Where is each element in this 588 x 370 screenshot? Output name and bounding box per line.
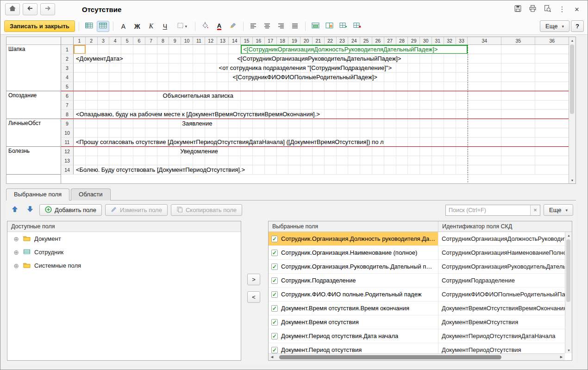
checkbox[interactable]: ✓ [271,263,278,270]
table-row[interactable]: ✓Сотрудник.Организация.Наименование (пол… [269,246,565,260]
table-vscroll-thumb[interactable] [566,239,570,302]
checkbox[interactable]: ✓ [271,333,278,339]
field-identifier[interactable]: ДокументВремяОтсутствия [438,315,565,329]
search-input[interactable] [446,205,530,215]
merge-cells-button[interactable] [309,21,322,32]
table-hscrollbar[interactable]: ◀ ▶ [269,353,565,360]
checkbox[interactable]: ✓ [271,277,278,284]
scroll-left-icon[interactable]: ◀ [269,354,275,360]
expand-icon[interactable]: ⊕ [13,262,19,270]
align-left-button[interactable] [247,21,260,32]
column-header[interactable]: 28 [396,37,408,44]
show-headers-button[interactable] [97,21,109,32]
column-header-fields[interactable]: Выбранные поля [269,221,438,232]
column-header[interactable]: 17 [265,37,277,44]
field-cell[interactable]: ✓Сотрудник.Подразделение [269,274,438,287]
column-header[interactable]: 1 [74,37,86,44]
column-header[interactable]: 36 [535,37,569,44]
field-identifier[interactable]: ДокументПериодОтсутствияДатаНачала [438,329,565,343]
save-close-button[interactable]: Записать и закрыть [4,20,75,32]
row-header[interactable]: 4 [61,73,74,82]
expand-icon[interactable]: ⊕ [13,235,19,243]
move-down-button[interactable] [24,205,36,216]
home-button[interactable] [5,3,20,15]
menu-button[interactable]: ⋮ [556,4,568,15]
tree-item[interactable]: ⊕Системные поля [7,259,241,272]
back-button[interactable] [23,3,38,15]
column-header[interactable]: 4 [109,37,121,44]
toolbar-more-button[interactable]: Еще ▾ [540,20,569,32]
table-hscroll-track[interactable] [275,354,558,360]
italic-button[interactable]: К [145,21,157,32]
align-justify-button[interactable] [289,21,301,32]
checkbox[interactable]: ✓ [271,291,278,298]
align-right-button[interactable] [275,21,288,32]
row-header[interactable]: 10 [61,128,74,138]
checkbox[interactable]: ✓ [271,250,278,256]
column-header[interactable]: 2 [86,37,98,44]
expand-icon[interactable]: ⊕ [13,249,19,256]
column-header[interactable]: 34 [468,37,501,44]
row-header[interactable]: 9 [61,119,74,128]
column-header-identifier[interactable]: Идентификатор поля СКД [438,221,572,232]
row-header[interactable]: 5 [61,82,74,91]
row-header[interactable]: 14 [61,165,74,175]
column-header[interactable]: 9 [169,37,181,44]
move-left-button[interactable]: < [247,291,260,303]
table-row[interactable]: ✓Сотрудник.Организация.Должность руковод… [269,232,565,246]
field-cell[interactable]: ✓Документ.Период отсутствия.Дата начала [269,329,438,343]
section-label[interactable]: Опоздание [6,91,61,119]
field-identifier[interactable]: ДокументПериодОтсутствия [438,343,565,353]
field-cell[interactable]: ✓Документ.Период отсутствия [269,343,438,353]
section-label[interactable]: ЛичныеОбст [6,119,61,147]
column-header[interactable]: 25 [360,37,372,44]
table-row[interactable]: ✓Документ.Период отсутствия.Дата началаД… [269,329,565,343]
sheet-row-cells[interactable]: Заявление [74,119,569,128]
sheet-vscrollbar[interactable]: ▲ ▼ [569,37,575,183]
checkbox[interactable]: ✓ [271,347,278,353]
scroll-up-icon[interactable]: ▲ [569,37,575,44]
format-cells-button[interactable] [323,21,336,32]
table-vscrollbar[interactable]: ▲ ▼ [565,232,572,353]
scroll-right-icon[interactable]: ▶ [558,354,565,360]
sheet-row-cells[interactable]: <Болею. Буду отсутствовать [ДокументПери… [74,165,569,175]
field-identifier[interactable]: СотрудникОрганизацияДолжностьРуководител… [438,232,565,245]
column-header[interactable]: 26 [372,37,384,44]
row-header[interactable]: 2 [61,54,74,63]
save-button[interactable] [512,4,524,15]
selected-cell[interactable]: <[СотрудникОрганизацияДолжностьРуководит… [241,45,468,54]
column-header[interactable]: 10 [181,37,193,44]
table-row[interactable]: ✓Документ.Период отсутствияДокументПерио… [269,343,565,353]
insert-cells-button[interactable] [337,21,350,32]
column-header[interactable]: 5 [121,37,133,44]
table-row[interactable]: ✓Сотрудник.ФИО.ФИО полные.Родительный па… [269,288,565,301]
table-row[interactable]: ✓Документ.Время отсутствия.Время окончан… [269,301,565,315]
row-header[interactable]: 11 [61,138,74,147]
row-header[interactable]: 3 [61,63,74,73]
column-header[interactable]: 31 [432,37,444,44]
print-button[interactable] [526,4,538,15]
row-header[interactable]: 12 [61,147,74,156]
sheet-row-cells[interactable]: Объяснительная записка [74,91,569,100]
column-header[interactable]: 8 [157,37,169,44]
sheet-row-cells[interactable]: <от сотрудника подразделения "[Сотрудник… [74,63,569,73]
sheet-vscroll-track[interactable] [569,44,575,177]
column-header[interactable]: 24 [348,37,360,44]
underline-button[interactable]: Ч [159,21,171,32]
field-cell[interactable]: ✓Документ.Время отсутствия.Время окончан… [269,301,438,315]
copy-field-button[interactable]: Скопировать поле [171,204,242,216]
show-groups-button[interactable] [83,21,95,32]
field-identifier[interactable]: СотрудникОрганизацияРуководительДательны… [438,260,565,273]
checkbox[interactable]: ✓ [271,305,278,312]
column-header[interactable]: 14 [229,37,241,44]
field-identifier[interactable]: СотрудникОрганизацияНаименованиеПолное [438,246,565,259]
forward-button[interactable] [40,3,55,15]
font-button[interactable]: А [117,21,130,32]
sheet-vscroll-thumb[interactable] [570,44,574,114]
tab-areas[interactable]: Области [71,188,111,201]
column-header[interactable]: 23 [337,37,349,44]
search-clear-button[interactable]: × [530,205,540,215]
delete-cells-button[interactable] [351,21,363,32]
highlight-button[interactable] [227,21,239,32]
column-header[interactable]: 16 [253,37,265,44]
